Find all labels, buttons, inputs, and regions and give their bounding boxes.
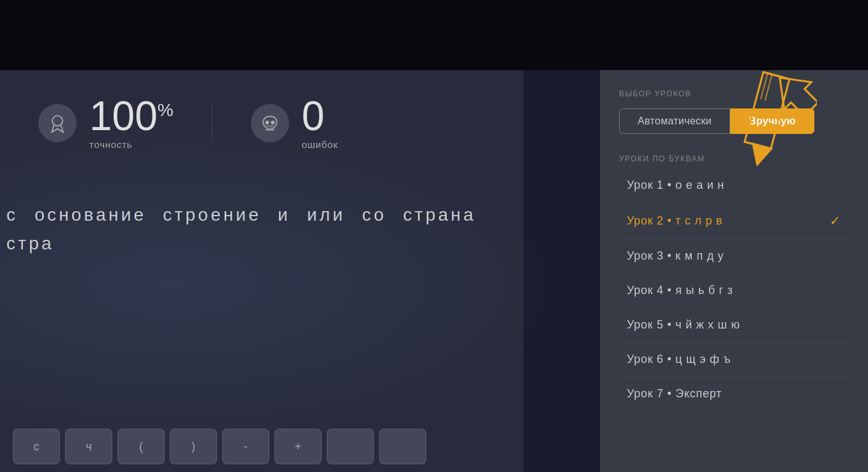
lesson-item-3[interactable]: Урок 3 • к м п д у (619, 239, 849, 274)
errors-stat: 0 ошибок (251, 96, 338, 150)
lesson-list: Урок 1 • о е а и н Урок 2 • т с л р в ✓ … (619, 168, 849, 411)
manual-button[interactable]: Вручную (730, 108, 814, 134)
typing-text: с основание строение и или со страна стр… (0, 175, 523, 284)
errors-icon (251, 104, 289, 142)
accuracy-number: 100 (89, 93, 158, 139)
stats-row: 100% точность 0 ошибок (0, 70, 523, 175)
auto-button[interactable]: Автоматически (619, 108, 730, 134)
key-8 (379, 429, 426, 464)
accuracy-value: 100% (89, 96, 174, 136)
svg-line-3 (763, 70, 789, 89)
lesson-item-5[interactable]: Урок 5 • ч й ж х ш ю (619, 308, 849, 343)
key-6: + (274, 429, 322, 464)
key-3: ( (117, 429, 165, 464)
key-5: - (222, 429, 269, 464)
award-svg (47, 113, 68, 133)
lesson-5-text: Урок 5 • ч й ж х ш ю (627, 318, 740, 332)
selection-label: ВЫБОР УРОКОВ (619, 89, 849, 98)
accuracy-icon (38, 104, 77, 142)
key-4: ) (170, 429, 217, 464)
toggle-group: Автоматически Вручную (619, 108, 849, 134)
lessons-label: УРОКИ ПО БУКВАМ (619, 154, 849, 163)
accuracy-stat: 100% точность (38, 96, 174, 150)
accuracy-unit: % (158, 100, 174, 120)
key-7 (327, 429, 374, 464)
keyboard-row: с ч ( ) - + (0, 421, 523, 472)
lesson-6-text: Урок 6 • ц щ э ф ъ (627, 353, 731, 366)
errors-label: ошибок (302, 139, 338, 150)
lesson-4-text: Урок 4 • я ы ь б г з (627, 284, 733, 297)
top-bar (0, 0, 868, 70)
lesson-item-6[interactable]: Урок 6 • ц щ э ф ъ (619, 343, 849, 377)
accuracy-label: точность (89, 139, 174, 150)
stat-divider (212, 104, 213, 142)
key-2: ч (65, 429, 112, 464)
lesson-7-text: Урок 7 • Эксперт (627, 387, 722, 401)
lesson-item-1[interactable]: Урок 1 • о е а и н (619, 168, 849, 203)
svg-point-2 (271, 121, 274, 123)
errors-value: 0 (302, 96, 338, 136)
lesson-item-2[interactable]: Урок 2 • т с л р в ✓ (619, 203, 849, 239)
lesson-2-check: ✓ (830, 213, 841, 228)
main-content: 100% точность 0 ошибок (0, 70, 523, 472)
key-1: с (13, 429, 60, 464)
skull-svg (260, 113, 280, 133)
lesson-item-7[interactable]: Урок 7 • Эксперт (619, 377, 849, 411)
lesson-item-4[interactable]: Урок 4 • я ы ь б г з (619, 274, 849, 308)
svg-point-0 (52, 115, 63, 126)
errors-value-group: 0 ошибок (302, 96, 338, 150)
right-panel: ВЫБОР УРОКОВ Автоматически Вручную УРОКИ… (600, 70, 868, 472)
svg-point-1 (266, 121, 268, 123)
lesson-2-text: Урок 2 • т с л р в (627, 214, 722, 228)
lesson-3-text: Урок 3 • к м п д у (627, 249, 724, 263)
lesson-1-text: Урок 1 • о е а и н (627, 179, 724, 192)
accuracy-value-group: 100% точность (89, 96, 174, 150)
